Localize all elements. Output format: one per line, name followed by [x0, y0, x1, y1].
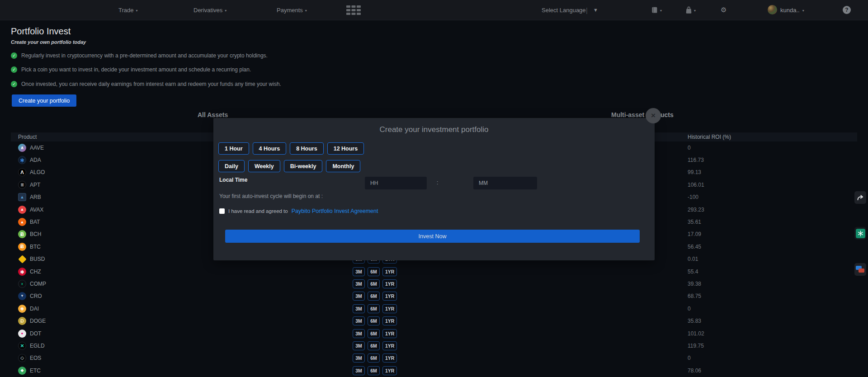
nav-derivatives-label: Derivatives — [193, 7, 222, 14]
coin-symbol: EOS — [30, 355, 41, 361]
period-6m-button[interactable]: 6M — [368, 304, 380, 313]
table-row: ◇EOS3M6M1YR0 — [11, 352, 857, 364]
period-3m-button[interactable]: 3M — [353, 279, 365, 288]
chevron-down-icon: ▾ — [305, 9, 307, 13]
check-circle-icon: ✓ — [11, 66, 17, 73]
invest-now-button[interactable]: Invest Now — [225, 230, 640, 243]
period-6m-button[interactable]: 6M — [368, 279, 380, 288]
roi-value: 0.01 — [688, 256, 698, 262]
interval-1-hour-button[interactable]: 1 Hour — [218, 142, 249, 155]
user-menu[interactable]: kunda.. ▾ — [780, 0, 804, 20]
period-1yr-button[interactable]: 1YR — [382, 366, 397, 375]
roi-value: 78.06 — [688, 368, 701, 374]
nav-payments-label: Payments — [277, 7, 303, 14]
avax-coin-icon: ▲ — [18, 206, 26, 214]
frequency-monthly-button[interactable]: Monthly — [326, 160, 360, 172]
agreement-row: I have read and agreed to Paybito Portfo… — [219, 208, 378, 214]
period-1yr-button[interactable]: 1YR — [382, 353, 397, 363]
period-1yr-button[interactable]: 1YR — [382, 292, 397, 301]
wallet-menu[interactable]: ▾ — [685, 0, 696, 20]
period-1yr-button[interactable]: 1YR — [382, 304, 397, 313]
time-separator: : — [437, 179, 438, 186]
period-1yr-button[interactable]: 1YR — [382, 329, 397, 338]
roi-value: -100 — [688, 194, 698, 200]
settings-gear-icon[interactable]: ⚙ — [721, 0, 726, 20]
table-row: ĐDOGE3M6M1YR35.83 — [11, 315, 857, 327]
period-6m-button[interactable]: 6M — [368, 353, 380, 363]
apps-grid-icon[interactable] — [346, 5, 361, 15]
period-3m-button[interactable]: 3M — [353, 316, 365, 325]
roi-value: 35.83 — [688, 318, 701, 324]
chevron-down-icon: ▾ — [694, 9, 696, 13]
interval-12-hours-button[interactable]: 12 Hours — [327, 142, 364, 155]
period-6m-button[interactable]: 6M — [368, 316, 380, 325]
frequency-bi-weekly-button[interactable]: Bi-weekly — [284, 160, 323, 172]
period-1yr-button[interactable]: 1YR — [382, 341, 397, 350]
help-icon[interactable]: ? — [843, 6, 851, 14]
arb-coin-icon: ▲ — [18, 193, 26, 201]
table-row: ◆ETC3M6M1YR78.06 — [11, 364, 857, 377]
chz-coin-icon: ∗ — [18, 268, 26, 276]
username-label: kunda.. — [780, 7, 800, 14]
minute-input[interactable] — [473, 177, 537, 189]
page-subtitle: Create your own portfolio today — [11, 39, 86, 45]
period-buttons: 3M6M1YR — [353, 292, 397, 301]
nav-item-payments[interactable]: Payments ▾ — [277, 0, 307, 20]
hour-input[interactable] — [365, 177, 427, 189]
period-3m-button[interactable]: 3M — [353, 292, 365, 301]
period-buttons: 3M6M1YR — [353, 267, 397, 276]
share-extension-button[interactable] — [854, 191, 866, 204]
nav-item-trade[interactable]: Trade ▾ — [118, 0, 138, 20]
period-6m-button[interactable]: 6M — [368, 267, 380, 276]
period-1yr-button[interactable]: 1YR — [382, 279, 397, 288]
roi-value: 0 — [688, 355, 691, 361]
period-buttons: 3M6M1YR — [353, 366, 397, 375]
ada-coin-icon: ∗ — [18, 156, 26, 164]
divider: | — [586, 0, 588, 20]
period-6m-button[interactable]: 6M — [368, 329, 380, 338]
nav-item-derivatives[interactable]: Derivatives ▾ — [193, 0, 226, 20]
chat-extension-button[interactable] — [854, 263, 866, 276]
agreement-link[interactable]: Paybito Portfolio Invest Agreement — [292, 208, 378, 214]
language-selector[interactable]: Select Language — [542, 0, 586, 20]
period-1yr-button[interactable]: 1YR — [382, 267, 397, 276]
create-portfolio-button[interactable]: Create your portfolio — [12, 94, 76, 107]
orders-menu[interactable]: ▾ — [651, 0, 662, 20]
period-3m-button[interactable]: 3M — [353, 267, 365, 276]
frequency-options: DailyWeeklyBi-weeklyMonthly — [218, 160, 360, 172]
table-row: ×EGLD3M6M1YR119.75 — [11, 339, 857, 352]
period-3m-button[interactable]: 3M — [353, 341, 365, 350]
user-avatar[interactable] — [768, 5, 777, 14]
roi-column-header: Historical ROI (%) — [688, 134, 731, 140]
roi-value: 55.4 — [688, 269, 698, 275]
language-dropdown-icon[interactable]: ▼ — [593, 0, 598, 20]
period-3m-button[interactable]: 3M — [353, 329, 365, 338]
aave-coin-icon: ∧ — [18, 144, 26, 152]
chat-bubbles-icon — [856, 265, 865, 274]
agreement-text: I have read and agreed to — [228, 208, 288, 214]
interval-8-hours-button[interactable]: 8 Hours — [290, 142, 324, 155]
interval-4-hours-button[interactable]: 4 Hours — [253, 142, 287, 155]
share-arrow-icon — [857, 194, 864, 201]
dai-coin-icon: ◈ — [18, 305, 26, 313]
coin-symbol: CRO — [30, 293, 42, 299]
eos-coin-icon: ◇ — [18, 354, 26, 362]
period-3m-button[interactable]: 3M — [353, 366, 365, 375]
period-6m-button[interactable]: 6M — [368, 292, 380, 301]
period-3m-button[interactable]: 3M — [353, 304, 365, 313]
tab-multi-asset-products[interactable]: Multi-asset Products — [611, 111, 674, 118]
period-3m-button[interactable]: 3M — [353, 353, 365, 363]
agreement-checkbox[interactable] — [219, 208, 225, 214]
roi-value: 99.13 — [688, 169, 701, 175]
tab-all-assets[interactable]: All Assets — [198, 111, 228, 118]
roi-value: 119.75 — [688, 343, 704, 349]
frequency-weekly-button[interactable]: Weekly — [248, 160, 280, 172]
modal-close-button[interactable]: × — [646, 108, 661, 123]
coin-symbol: COMP — [30, 281, 46, 287]
period-6m-button[interactable]: 6M — [368, 366, 380, 375]
top-navbar: Trade ▾ Derivatives ▾ Payments ▾ Select … — [0, 0, 868, 20]
period-6m-button[interactable]: 6M — [368, 341, 380, 350]
chatgpt-extension-button[interactable] — [854, 227, 866, 240]
period-1yr-button[interactable]: 1YR — [382, 316, 397, 325]
frequency-daily-button[interactable]: Daily — [218, 160, 245, 172]
